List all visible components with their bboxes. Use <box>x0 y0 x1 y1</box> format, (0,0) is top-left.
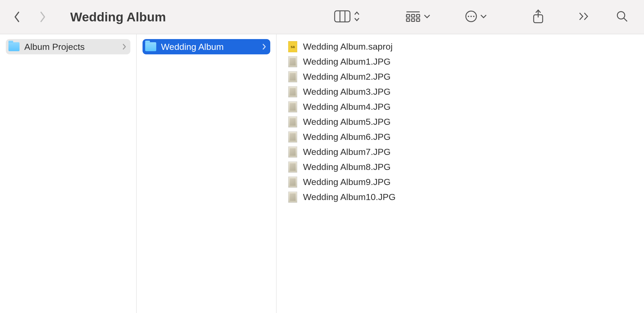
chevron-down-icon <box>423 14 431 20</box>
search-button[interactable] <box>616 10 628 23</box>
folder-item-wedding-album[interactable]: Wedding Album <box>143 39 270 54</box>
file-item[interactable]: Wedding Album8.JPG <box>287 159 638 174</box>
svg-line-17 <box>624 18 627 21</box>
file-item[interactable]: sa Wedding Album.saproj <box>287 39 638 54</box>
svg-point-11 <box>468 16 469 17</box>
overflow-button[interactable] <box>579 12 590 22</box>
view-mode-button[interactable] <box>334 10 361 23</box>
file-icon-jpg <box>288 71 297 82</box>
file-icon-jpg <box>288 116 297 127</box>
file-label: Wedding Album8.JPG <box>303 162 391 172</box>
file-icon-jpg <box>288 101 297 112</box>
file-item[interactable]: Wedding Album3.JPG <box>287 84 638 99</box>
column-3: sa Wedding Album.saproj Wedding Album1.J… <box>277 34 644 313</box>
file-icon-jpg <box>288 131 297 143</box>
file-icon-jpg <box>288 177 297 188</box>
file-item[interactable]: Wedding Album9.JPG <box>287 174 638 189</box>
svg-rect-9 <box>416 19 420 21</box>
folder-icon <box>8 42 20 51</box>
file-label: Wedding Album.saproj <box>303 41 393 52</box>
svg-rect-4 <box>406 15 410 17</box>
file-label: Wedding Album1.JPG <box>303 56 391 67</box>
svg-point-13 <box>473 16 474 17</box>
file-icon-jpg <box>288 162 297 173</box>
file-icon-jpg <box>288 146 297 158</box>
group-by-button[interactable] <box>405 10 431 23</box>
svg-rect-5 <box>411 15 415 17</box>
action-menu-button[interactable] <box>465 10 487 23</box>
svg-rect-7 <box>406 19 410 21</box>
file-label: Wedding Album2.JPG <box>303 72 391 82</box>
file-label: Wedding Album6.JPG <box>303 132 391 142</box>
double-chevron-icon <box>579 12 590 22</box>
file-label: Wedding Album7.JPG <box>303 147 391 157</box>
svg-rect-6 <box>416 15 420 17</box>
svg-rect-8 <box>411 19 415 21</box>
folder-label: Wedding Album <box>161 42 258 52</box>
chevron-right-icon <box>122 42 126 52</box>
chevron-down-icon <box>480 14 487 20</box>
file-label: Wedding Album9.JPG <box>303 177 391 187</box>
folder-icon <box>145 42 156 51</box>
columns-icon <box>334 10 351 23</box>
forward-button[interactable] <box>36 11 49 23</box>
share-icon <box>532 9 544 25</box>
file-icon-jpg <box>288 86 297 97</box>
file-label: Wedding Album3.JPG <box>303 87 391 97</box>
file-label: Wedding Album4.JPG <box>303 102 391 112</box>
search-icon <box>616 10 628 23</box>
svg-rect-0 <box>335 11 350 22</box>
column-browser: Album Projects Wedding Album sa Wedding … <box>0 34 644 313</box>
more-icon <box>465 10 477 23</box>
back-button[interactable] <box>11 11 23 23</box>
svg-point-16 <box>617 12 625 19</box>
file-item[interactable]: Wedding Album4.JPG <box>287 99 638 114</box>
up-down-icon <box>353 11 361 23</box>
grid-options-icon <box>405 10 421 23</box>
file-label: Wedding Album10.JPG <box>303 192 396 202</box>
column-1: Album Projects <box>0 34 137 313</box>
file-item[interactable]: Wedding Album7.JPG <box>287 144 638 159</box>
file-item[interactable]: Wedding Album10.JPG <box>287 189 638 205</box>
file-item[interactable]: Wedding Album1.JPG <box>287 54 638 69</box>
file-label: Wedding Album5.JPG <box>303 117 391 127</box>
folder-item-album-projects[interactable]: Album Projects <box>6 39 130 54</box>
window-title: Wedding Album <box>70 10 166 24</box>
chevron-right-icon <box>262 42 266 52</box>
file-icon-saproj: sa <box>288 41 297 52</box>
file-item[interactable]: Wedding Album5.JPG <box>287 114 638 129</box>
share-button[interactable] <box>532 9 544 25</box>
folder-label: Album Projects <box>24 42 118 52</box>
file-icon-jpg <box>288 56 297 67</box>
file-icon-jpg <box>288 192 297 203</box>
toolbar: Wedding Album <box>0 0 644 34</box>
file-item[interactable]: Wedding Album6.JPG <box>287 129 638 144</box>
column-2: Wedding Album <box>137 34 277 313</box>
file-item[interactable]: Wedding Album2.JPG <box>287 69 638 84</box>
svg-point-12 <box>470 16 472 17</box>
